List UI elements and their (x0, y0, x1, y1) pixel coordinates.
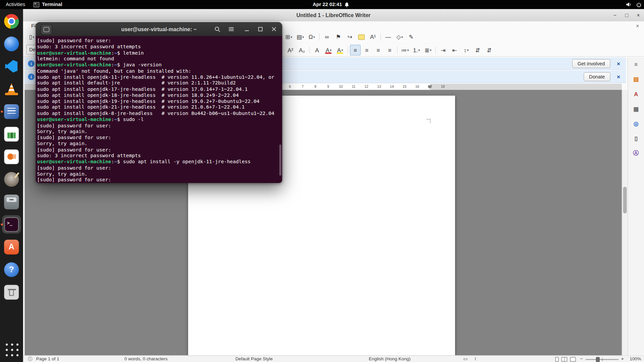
align-left-icon: ≡ (354, 47, 357, 53)
dock-item-trash[interactable] (1, 281, 22, 303)
word-count-status[interactable]: 0 words, 0 characters (124, 356, 168, 362)
toolbar-separator (309, 46, 310, 54)
vscode-icon (4, 59, 19, 74)
insert-special-character-button[interactable]: Ω▾ (306, 32, 317, 42)
highlighting-color-button[interactable]: A▾ (335, 45, 345, 55)
dock-item-chrome[interactable] (1, 10, 22, 32)
line-spacing-button[interactable]: ↕▾ (461, 45, 472, 55)
dock-item-files[interactable] (1, 190, 22, 213)
window-maximize-button[interactable]: □ (623, 11, 631, 19)
menu-button[interactable] (226, 24, 236, 35)
dock-item-vscode[interactable] (1, 55, 22, 77)
get-involved-button[interactable]: Get involved (572, 59, 610, 68)
donate-button[interactable]: Donate (584, 72, 610, 81)
dock-item-browser[interactable] (1, 33, 22, 55)
insert-cross-reference-button[interactable]: ↪ (344, 32, 355, 42)
show-draw-functions-button[interactable]: ✎ (406, 32, 417, 42)
new-tab-button[interactable] (41, 24, 52, 35)
zoom-level[interactable]: 100% (630, 356, 641, 362)
terminal-minimize-button[interactable] (241, 24, 252, 35)
clear-formatting-button[interactable]: A (312, 45, 322, 55)
unordered-list-button[interactable]: ≔▾ (399, 45, 410, 55)
insert-hyperlink-button[interactable]: ∞ (322, 32, 332, 42)
dock-item-vlc[interactable] (1, 77, 22, 100)
dock-item-terminal[interactable] (1, 213, 22, 236)
insert-table-button[interactable]: ⊞▾ (283, 32, 294, 42)
scrollbar-thumb[interactable] (623, 187, 627, 214)
gallery-deck-button[interactable]: ▦ (629, 104, 643, 113)
decrease-indent-button[interactable]: ⇤ (449, 45, 460, 55)
language-status[interactable]: English (Hong Kong) (369, 356, 411, 362)
increase-paragraph-spacing-button[interactable]: ⇵ (472, 45, 483, 55)
dock-item-impress[interactable] (1, 145, 22, 168)
navigator-deck-button[interactable]: ◎ (629, 119, 643, 128)
decrease-paragraph-spacing-button[interactable]: ⇵ (484, 45, 494, 55)
ruler-number: 15 (402, 84, 407, 88)
document-modified-indicator[interactable] (472, 356, 476, 362)
insert-footnote-button[interactable]: A¹ (368, 32, 378, 42)
dock (0, 9, 23, 362)
insert-comment-button[interactable] (356, 32, 367, 42)
window-minimize-button[interactable]: − (611, 11, 619, 19)
dock-item-appgrid[interactable] (1, 338, 22, 360)
search-button[interactable] (212, 24, 223, 35)
increase-indent-button[interactable]: ⇥ (438, 45, 448, 55)
infobar-close-icon[interactable]: × (616, 73, 621, 80)
outline-list-button[interactable]: ≣▾ (423, 45, 433, 55)
dock-item-gimp[interactable] (1, 168, 22, 190)
subscript-button[interactable]: A₂ (297, 45, 307, 55)
terminal-maximize-button[interactable] (255, 24, 266, 35)
infobar-close-icon[interactable]: × (616, 60, 621, 67)
terminal-output[interactable]: [sudo] password for user: sudo: 3 incorr… (36, 36, 282, 183)
insert-special-character-icon: Ω (309, 34, 313, 40)
font-color-button[interactable]: A▾ (323, 45, 334, 55)
dock-item-calc[interactable] (1, 123, 22, 145)
terminal-line: Command 'java' not found, but can be ins… (37, 68, 281, 74)
sidebar-settings-button[interactable]: ≡ (629, 60, 643, 69)
activities-button[interactable]: Activities (0, 0, 31, 9)
terminal-scrollbar[interactable] (279, 144, 281, 176)
trash-icon (4, 285, 19, 299)
ordered-list-button[interactable]: 1.▾ (411, 45, 422, 55)
style-inspector-deck-button[interactable]: Ⓐ (629, 148, 643, 158)
page-number-status[interactable]: Page 1 of 1 (36, 356, 59, 362)
multi-page-view-icon[interactable] (561, 357, 567, 361)
selection-mode-indicator[interactable] (463, 356, 468, 362)
page-deck-button[interactable]: ▯ (629, 134, 643, 143)
insert-bookmark-button[interactable]: ⚑ (333, 32, 344, 42)
zoom-slider-thumb[interactable] (596, 357, 600, 362)
toolbar-row1-main: ⊞▾▤▾Ω▾∞⚑↪A¹—◇▾✎ (283, 32, 417, 42)
basic-shapes-button[interactable]: ◇▾ (394, 32, 405, 42)
dock-item-software[interactable] (1, 236, 22, 258)
page-style-status[interactable]: Default Page Style (235, 356, 273, 362)
writer-titlebar[interactable]: Untitled 1 - LibreOffice Writer − □ × (23, 9, 644, 22)
system-status-area[interactable] (626, 0, 642, 9)
insert-horizontal-line-button[interactable]: — (383, 32, 393, 42)
dock-item-help[interactable] (1, 258, 22, 281)
terminal-header[interactable]: user@user-virtual-machine: ~ (36, 22, 282, 37)
window-close-button[interactable]: × (634, 11, 642, 19)
align-justify-button[interactable]: ≡ (384, 45, 395, 55)
properties-deck-button[interactable]: ▤ (629, 75, 643, 84)
align-right-button[interactable]: ≡ (373, 45, 384, 55)
desktop: Activities Terminal Apr 22 02:41 (0, 0, 644, 362)
insert-field-button[interactable]: ▤▾ (295, 32, 306, 42)
document-close-icon[interactable]: × (636, 21, 639, 31)
zoom-out-button[interactable]: − (580, 356, 583, 362)
focused-app-menu[interactable]: Terminal (31, 0, 65, 9)
align-left-button[interactable]: ≡ (350, 45, 361, 55)
styles-deck-button[interactable]: A (629, 89, 643, 99)
book-view-icon[interactable] (570, 357, 576, 361)
new-document-button[interactable]: ▯▾ (26, 32, 37, 42)
zoom-in-button[interactable]: + (621, 356, 624, 362)
superscript-button[interactable]: A² (285, 45, 296, 55)
hamburger-icon (228, 27, 234, 32)
terminal-close-button[interactable] (269, 24, 279, 35)
dock-item-writer[interactable] (1, 100, 22, 123)
align-center-button[interactable]: ≡ (362, 45, 372, 55)
document-scrollbar[interactable] (622, 90, 628, 355)
sidebar-tab-bar: ≡▤A▦◎▯Ⓐ (628, 57, 644, 355)
single-page-view-icon[interactable] (555, 357, 559, 361)
maximize-icon (258, 27, 263, 32)
clock-button[interactable]: Apr 22 02:41 (313, 0, 349, 9)
